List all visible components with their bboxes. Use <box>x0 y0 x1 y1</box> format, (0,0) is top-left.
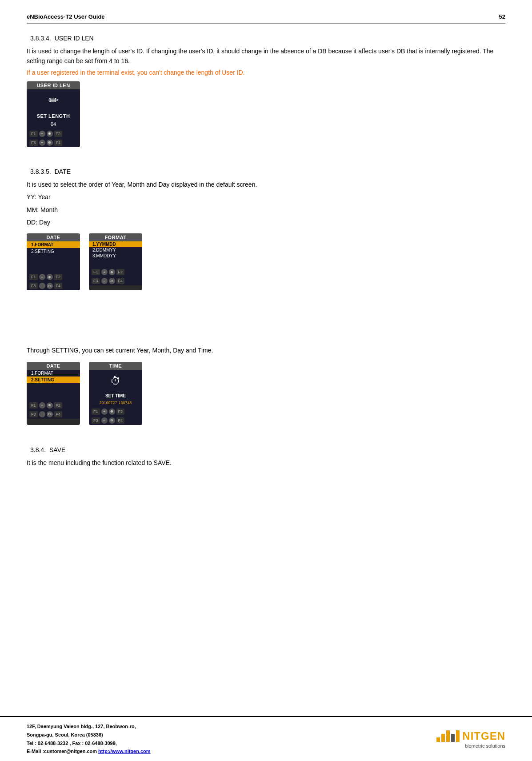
date-menu-setting[interactable]: 2.SETTING <box>27 248 80 255</box>
user-id-len-btn-row-2: F3 − ⊖ F4 <box>29 140 62 146</box>
section-3835-title: DATE <box>55 168 71 175</box>
format-up-btn[interactable]: + <box>101 269 108 275</box>
time-screen-btns-1: F1 + ⊕ F2 <box>89 407 142 416</box>
date-minus-btn[interactable]: ⊖ <box>47 283 53 289</box>
user-id-len-title: USER ID LEN <box>27 81 80 89</box>
set-time-label: SET TIME <box>89 392 142 400</box>
section-3835-mm: MM: Month <box>27 205 505 215</box>
f1-button[interactable]: F1 <box>29 131 38 137</box>
time-down-btn[interactable]: − <box>101 417 108 424</box>
section-384-number: 3.8.4. <box>30 446 46 453</box>
logo-bar-3 <box>446 730 450 742</box>
logo-bar-2 <box>441 734 445 742</box>
time-plus-btn[interactable]: ⊕ <box>109 409 115 415</box>
time-f2-btn[interactable]: F2 <box>116 409 125 415</box>
format-down-btn[interactable]: − <box>101 278 108 284</box>
date-setting-format[interactable]: 1.FORMAT <box>27 370 80 376</box>
time-f1-btn[interactable]: F1 <box>92 409 100 415</box>
time-minus-btn[interactable]: ⊖ <box>109 417 115 424</box>
ds-f4-btn[interactable]: F4 <box>54 411 63 417</box>
ds-f1-btn[interactable]: F1 <box>29 402 38 409</box>
date-f4-btn[interactable]: F4 <box>54 283 63 289</box>
format-f1-btn[interactable]: F1 <box>92 269 100 275</box>
format-ddmmyy[interactable]: 2.DDMMYY <box>89 247 142 253</box>
page-header: eNBioAccess-T2 User Guide 52 <box>27 13 505 24</box>
plus-button[interactable]: ⊕ <box>47 131 53 137</box>
section-384-heading: 3.8.4.SAVE <box>27 446 505 453</box>
minus-button[interactable]: ⊖ <box>47 140 53 146</box>
section-3835-yy: YY: Year <box>27 192 505 202</box>
footer-url[interactable]: http://www.nitgen.com <box>98 749 151 754</box>
format-mmddyy[interactable]: 3.MMDDYY <box>89 253 142 259</box>
ds-f3-btn[interactable]: F3 <box>29 411 38 417</box>
date-f1-btn[interactable]: F1 <box>29 274 38 280</box>
date-up-btn[interactable]: + <box>39 274 45 280</box>
ds-down-btn[interactable]: − <box>39 411 45 417</box>
format-plus-btn[interactable]: ⊕ <box>109 269 115 275</box>
time-f4-btn[interactable]: F4 <box>116 417 125 424</box>
date-screen-btns-1: F1 + ⊕ F2 <box>27 272 80 281</box>
date-screen-btns-2: F3 − ⊖ F4 <box>27 281 80 290</box>
up-button[interactable]: + <box>39 131 45 137</box>
logo-bar-4 <box>451 734 455 742</box>
section-3834-heading: 3.8.3.4.USER ID LEN <box>27 35 505 42</box>
date-format-screens: DATE 1.FORMAT 2.SETTING F1 + ⊕ F2 F3 − <box>27 233 505 301</box>
format-yymmdd[interactable]: 1.YYMMDD <box>89 241 142 247</box>
format-f2-btn[interactable]: F2 <box>116 269 125 275</box>
user-id-len-screen: USER ID LEN ✏ SET LENGTH 04 F1 + ⊕ F2 F3… <box>27 81 80 147</box>
time-f3-btn[interactable]: F3 <box>92 417 100 424</box>
time-up-btn[interactable]: + <box>101 409 108 415</box>
section-384: 3.8.4.SAVE It is the menu including the … <box>27 446 505 468</box>
date-setting-btns-1: F1 + ⊕ F2 <box>27 401 80 410</box>
header-title: eNBioAccess-T2 User Guide <box>27 13 105 20</box>
date-setting-screen: DATE 1.FORMAT 2.SETTING F1 + ⊕ F2 F3 − <box>27 362 80 425</box>
time-screen-title: TIME <box>89 362 142 370</box>
logo-bar-5 <box>456 730 460 742</box>
date-setting-setting[interactable]: 2.SETTING <box>27 376 80 383</box>
section-3834-title: USER ID LEN <box>55 35 94 42</box>
section-3834: 3.8.3.4.USER ID LEN It is used to change… <box>27 35 505 159</box>
ds-f2-btn[interactable]: F2 <box>54 402 63 409</box>
section-3834-warning: If a user registered in the terminal exi… <box>27 69 505 76</box>
format-minus-btn[interactable]: ⊖ <box>109 278 115 284</box>
ds-minus-btn[interactable]: ⊖ <box>47 411 53 417</box>
user-id-len-icon-area: ✏ <box>27 89 80 112</box>
nitgen-logo: NITGEN <box>436 730 505 742</box>
format-f4-btn[interactable]: F4 <box>116 278 125 284</box>
user-id-len-btn-row-2-wrap: F3 − ⊖ F4 <box>27 138 80 147</box>
f2-button[interactable]: F2 <box>54 131 63 137</box>
time-icon: ⏱ <box>110 375 121 387</box>
footer-address-line3: Tel : 02-6488-3232 , Fax : 02-6488-3099, <box>27 739 151 748</box>
section-3835: 3.8.3.5.DATE It is used to select the or… <box>27 168 505 436</box>
nitgen-tagline: biometric solutions <box>465 743 505 749</box>
down-button[interactable]: − <box>39 140 45 146</box>
ds-up-btn[interactable]: + <box>39 402 45 409</box>
date-screen: DATE 1.FORMAT 2.SETTING F1 + ⊕ F2 F3 − <box>27 233 80 290</box>
format-screen-btns-1: F1 + ⊕ F2 <box>89 268 142 276</box>
time-screen-btns-2: F3 − ⊖ F4 <box>89 416 142 425</box>
logo-bar-1 <box>436 737 440 742</box>
date-f3-btn[interactable]: F3 <box>29 283 38 289</box>
ds-plus-btn[interactable]: ⊕ <box>47 402 53 409</box>
date-menu-format[interactable]: 1.FORMAT <box>27 241 80 248</box>
date-time-screens: DATE 1.FORMAT 2.SETTING F1 + ⊕ F2 F3 − <box>27 362 505 436</box>
time-icon-area: ⏱ <box>89 370 142 392</box>
setting-paragraph: Through SETTING, you can set current Yea… <box>27 345 505 355</box>
time-screen: TIME ⏱ SET TIME 20160727-130746 F1 + ⊕ F… <box>89 362 142 425</box>
date-down-btn[interactable]: − <box>39 283 45 289</box>
date-setting-btns-2: F3 − ⊖ F4 <box>27 410 80 419</box>
date-plus-btn[interactable]: ⊕ <box>47 274 53 280</box>
date-screen-title: DATE <box>27 233 80 241</box>
section-3835-dd: DD: Day <box>27 217 505 227</box>
footer-logo-area: NITGEN biometric solutions <box>436 730 505 749</box>
footer-address-line2: Songpa-gu, Seoul, Korea (05836) <box>27 731 151 739</box>
date-f2-btn[interactable]: F2 <box>54 274 63 280</box>
f3-button[interactable]: F3 <box>29 140 38 146</box>
section-3835-paragraph: It is used to select the order of Year, … <box>27 180 505 189</box>
section-384-title: SAVE <box>49 446 65 453</box>
format-screen-btns-2: F3 − ⊖ F4 <box>89 276 142 285</box>
f4-button[interactable]: F4 <box>54 140 63 146</box>
section-3835-number: 3.8.3.5. <box>30 168 51 175</box>
format-f3-btn[interactable]: F3 <box>92 278 100 284</box>
user-id-len-btn-row-1: F1 + ⊕ F2 <box>29 131 62 137</box>
